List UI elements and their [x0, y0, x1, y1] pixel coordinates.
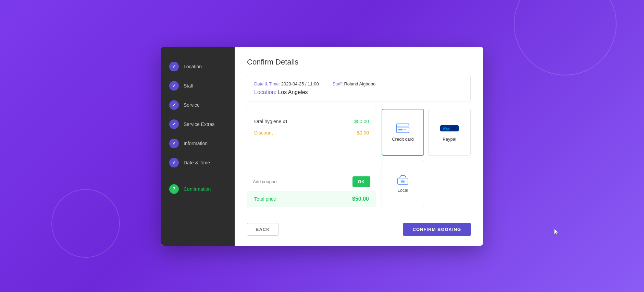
coupon-input[interactable] [253, 179, 349, 184]
details-row: Date & Time: 2020-04-25 / 11:00 Staff: R… [254, 81, 463, 86]
step-icon-staff: ✓ [169, 81, 179, 91]
sidebar-label-information: Information [184, 141, 208, 146]
staff-label: Staff: [333, 81, 343, 86]
sidebar-item-date-time[interactable]: ✓ Date & Time [161, 153, 235, 172]
coupon-row: OK [247, 172, 376, 191]
date-time-value: 2020-04-25 / 11:00 [281, 81, 319, 86]
payment-option-paypal[interactable]: PayPal Paypal [428, 109, 471, 156]
sidebar: ✓ Location ✓ Staff ✓ Service ✓ Service E… [161, 47, 235, 246]
pricing-row-discount: Discount $0.00 [254, 127, 369, 138]
total-row: Total price $50.00 [247, 191, 376, 207]
local-label: Local [397, 188, 408, 193]
credit-card-icon [395, 123, 410, 134]
discount-label: Discount [254, 130, 273, 136]
svg-rect-3 [404, 129, 406, 130]
location-value: Los Angeles [278, 89, 308, 95]
credit-card-label: Credit card [392, 137, 414, 142]
sidebar-item-staff[interactable]: ✓ Staff [161, 76, 235, 95]
payment-option-local[interactable]: Local [382, 160, 424, 207]
sidebar-label-service: Service [184, 102, 200, 108]
bg-decoration-1 [514, 0, 617, 75]
staff-detail: Staff: Roland Aigbobo [333, 81, 376, 86]
sidebar-label-staff: Staff [184, 83, 194, 89]
local-icon [395, 174, 410, 185]
sidebar-item-service[interactable]: ✓ Service [161, 95, 235, 115]
svg-rect-2 [398, 129, 403, 130]
step-icon-location: ✓ [169, 62, 179, 71]
sidebar-item-confirmation[interactable]: 7 Confirmation [161, 179, 235, 199]
step-icon-date-time: ✓ [169, 158, 179, 167]
sidebar-label-confirmation: Confirmation [184, 186, 211, 192]
step-icon-service: ✓ [169, 100, 179, 110]
location-row: Location: Los Angeles [254, 89, 463, 95]
payment-option-credit-card[interactable]: Credit card [382, 109, 424, 156]
svg-rect-0 [397, 124, 409, 133]
sidebar-item-location[interactable]: ✓ Location [161, 57, 235, 76]
svg-rect-1 [397, 126, 409, 128]
pricing-row-service: Oral hygiene x1 $50.00 [254, 116, 369, 127]
service-name: Oral hygiene x1 [254, 119, 288, 124]
footer: BACK CONFIRM BOOKING [247, 217, 471, 236]
pricing-panel: Oral hygiene x1 $50.00 Discount $0.00 OK… [247, 109, 376, 207]
location-label: Location: [254, 89, 276, 95]
main-content: Confirm Details Date & Time: 2020-04-25 … [235, 47, 483, 246]
back-button[interactable]: BACK [247, 223, 278, 236]
page-title: Confirm Details [247, 58, 471, 67]
service-amount: $50.00 [354, 119, 369, 124]
details-card: Date & Time: 2020-04-25 / 11:00 Staff: R… [247, 75, 471, 102]
confirm-booking-button[interactable]: CONFIRM BOOKING [403, 223, 471, 236]
paypal-icon: PayPal [442, 123, 457, 134]
date-time-detail: Date & Time: 2020-04-25 / 11:00 [254, 81, 319, 86]
pricing-items: Oral hygiene x1 $50.00 Discount $0.00 [247, 109, 376, 172]
content-row: Oral hygiene x1 $50.00 Discount $0.00 OK… [247, 109, 471, 207]
discount-amount: $0.00 [357, 130, 369, 136]
sidebar-label-location: Location [184, 64, 202, 69]
sidebar-item-information[interactable]: ✓ Information [161, 134, 235, 153]
step-icon-information: ✓ [169, 139, 179, 148]
step-icon-service-extras: ✓ [169, 119, 179, 129]
sidebar-label-date-time: Date & Time [184, 160, 210, 165]
staff-value: Roland Aigbobo [344, 81, 375, 86]
step-icon-confirmation: 7 [169, 184, 179, 194]
coupon-ok-button[interactable]: OK [352, 176, 371, 187]
paypal-label: Paypal [443, 137, 456, 142]
sidebar-divider [161, 176, 235, 176]
total-label: Total price [254, 196, 276, 202]
bg-decoration-2 [51, 189, 120, 258]
date-time-label: Date & Time: [254, 81, 280, 86]
sidebar-label-service-extras: Service Extras [184, 121, 214, 127]
sidebar-item-service-extras[interactable]: ✓ Service Extras [161, 115, 235, 134]
total-amount: $50.00 [352, 196, 369, 202]
booking-modal: ✓ Location ✓ Staff ✓ Service ✓ Service E… [161, 47, 483, 246]
payment-panel: Credit card PayPal Paypal [382, 109, 471, 207]
cursor [554, 229, 559, 237]
